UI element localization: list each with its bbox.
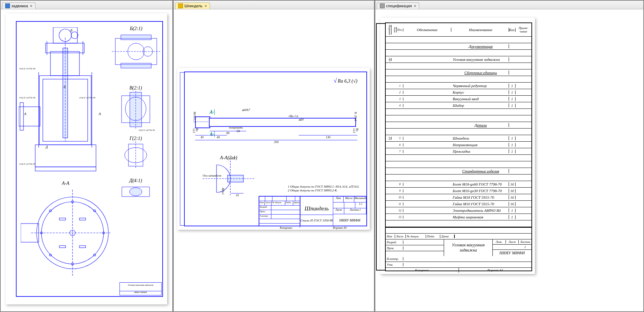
close-icon[interactable]: × — [414, 4, 416, 8]
table-row — [386, 50, 531, 56]
table-row: А3 5 Шпиндель 1 — [386, 135, 531, 142]
table-row — [386, 37, 531, 43]
panel-specification: спецификация × Формат Зона Поз. Обозначе… — [375, 0, 644, 312]
table-row: 11 Гайка М10 ГОСТ 5915-70 16 — [386, 201, 531, 207]
table-row: 8 Болт М18-gx60 ГОСТ 7798-70 16 — [386, 181, 531, 188]
title-block: ИзмЛист№ докум.Подп.Дата Разраб. Пров. Т… — [259, 196, 366, 226]
table-row: 6 Направляющая 1 — [386, 142, 531, 148]
spec-title-block: Изм Лист № докум. Подп. Дата Разраб. Про… — [386, 227, 531, 273]
tab-label: спецификация — [386, 4, 412, 8]
table-row: 3 Вакуумный ввод 1 — [386, 96, 531, 102]
binding-margin — [180, 72, 184, 226]
svg-text:Б: Б — [70, 28, 73, 32]
table-row: Стандартные изделия — [386, 168, 531, 174]
drawing-viewport-right[interactable]: Формат Зона Поз. Обозначение Наименовани… — [375, 9, 643, 311]
table-row: 12 Электродвигатель АИР63 В4 1 — [386, 207, 531, 214]
table-row: 7 Прокладка 1 — [386, 148, 531, 155]
table-row — [386, 155, 531, 161]
tab-bar-left: задвижка × — [1, 1, 172, 9]
drawing-sheet: Ra 6,3 (√) А┤ А┤ М18х1,5 ⌀20h7 √Ra 1,6 ⌀ — [177, 68, 370, 230]
table-row: 10 Гайка М18 ГОСТ 5915-70 16 — [386, 194, 531, 201]
spindle-main-view: А┤ А┤ М18х1,5 ⌀20h7 √Ra 1,6 ⌀20 Tr 20x2 … — [195, 114, 356, 130]
svg-text:А: А — [98, 112, 101, 116]
table-row — [386, 115, 531, 122]
part-icon — [178, 3, 183, 8]
table-row: Документация — [386, 43, 531, 50]
drawing-viewport-mid[interactable]: Ra 6,3 (√) А┤ А┤ М18х1,5 ⌀20h7 √Ra 1,6 ⌀ — [174, 9, 374, 311]
svg-point-29 — [128, 43, 144, 60]
detail-g-view: Г(2:1) — [120, 136, 151, 169]
document-icon — [5, 3, 10, 8]
drawing-viewport-left[interactable]: Б В АА Д ГОСТ 15776-78 ГОСТ 14779-78 ГОС… — [1, 9, 172, 311]
close-icon[interactable]: × — [205, 4, 207, 8]
svg-rect-11 — [19, 107, 40, 126]
detail-d-view: Д(4:1) — [120, 178, 151, 201]
panel-assembly-drawing: задвижка × — [0, 0, 173, 312]
table-row: 1 Червячный редуктор 1 — [386, 83, 531, 89]
svg-rect-13 — [35, 145, 96, 167]
table-row: 9 Болт М10-gx30 ГОСТ 7798-70 16 — [386, 188, 531, 194]
table-row — [386, 174, 531, 181]
detail-v-view: В(2:1) ГОСТ 14779-78 — [117, 85, 155, 132]
tab-specification[interactable]: спецификация × — [377, 2, 419, 9]
svg-text:В: В — [64, 85, 66, 89]
table-row — [386, 63, 531, 69]
detail-b-view: Б(2:1) — [112, 26, 160, 73]
table-row: 4 Шибер 1 — [386, 102, 531, 109]
table-row — [386, 76, 531, 83]
svg-text:ГОСТ 14779-78: ГОСТ 14779-78 — [79, 96, 96, 99]
specification-sheet: Формат Зона Поз. Обозначение Наименовани… — [380, 18, 535, 274]
assembly-main-view: Б В АА Д ГОСТ 15776-78 ГОСТ 14779-78 ГОС… — [19, 27, 108, 176]
svg-text:ГОСТ 15776-78: ГОСТ 15776-78 — [19, 67, 36, 70]
table-row: 13 Муфта шариковая 1 — [386, 214, 531, 220]
tab-bar-mid: Шпиндель × — [174, 1, 374, 9]
dim-30: 30 — [195, 135, 209, 139]
binding-margin — [376, 23, 386, 271]
svg-point-10 — [71, 32, 78, 39]
spec-header: Формат Зона Поз. Обозначение Наименовани… — [386, 23, 531, 37]
svg-rect-54 — [59, 218, 66, 220]
dim-80: 80 — [210, 131, 246, 135]
svg-rect-3 — [63, 48, 68, 138]
table-row: А0 Угловая вакуумная задвижка — [386, 56, 531, 63]
svg-rect-55 — [79, 218, 86, 220]
svg-text:А: А — [24, 112, 27, 116]
table-row — [386, 161, 531, 168]
drawing-sheet: Б В АА Д ГОСТ 15776-78 ГОСТ 14779-78 ГОС… — [6, 13, 167, 304]
table-row — [386, 129, 531, 135]
svg-rect-14 — [35, 167, 96, 171]
section-aa-view: А-А — [21, 181, 110, 280]
tab-label: задвижка — [11, 4, 28, 8]
svg-text:ГОСТ 15776-78: ГОСТ 15776-78 — [19, 163, 36, 166]
svg-rect-28 — [121, 63, 151, 68]
section-aa-detail: А-А(2:1) 1х45° Ось шпинделя — [203, 155, 254, 196]
svg-rect-57 — [79, 246, 86, 248]
title-block-small: Угловая вакуумная задвижка НИЯУ МИФИ — [119, 282, 162, 295]
tab-spindel[interactable]: Шпиндель × — [175, 2, 210, 9]
spreadsheet-icon — [380, 3, 385, 8]
spec-body: Документация А0 Угловая вакуумная задвиж… — [386, 37, 531, 227]
tab-label: Шпиндель — [184, 4, 203, 8]
svg-rect-59 — [228, 175, 243, 182]
svg-rect-27 — [121, 35, 151, 40]
technical-notes: 1 Общие допуски по ГОСТ 30893.1: Н14, h1… — [288, 185, 359, 192]
table-row — [386, 220, 531, 227]
svg-point-39 — [129, 188, 142, 196]
close-icon[interactable]: × — [30, 4, 32, 8]
dim-130: 130 — [299, 135, 357, 139]
table-row: Детали — [386, 122, 531, 129]
tab-zadvizhka[interactable]: задвижка × — [2, 2, 36, 9]
table-row — [386, 109, 531, 115]
dim-40: 40 — [210, 135, 227, 139]
dim-total: 350 — [195, 140, 357, 144]
table-row: Сборочные единицы — [386, 69, 531, 76]
tab-bar-right: спецификация × — [375, 1, 643, 9]
panel-part-drawing: Шпиндель × Ra 6,3 (√) А┤ А┤ — [173, 0, 374, 312]
svg-text:Д: Д — [45, 145, 48, 149]
svg-text:ГОСТ 14779-78: ГОСТ 14779-78 — [19, 96, 36, 99]
surface-roughness-general: Ra 6,3 (√) — [334, 77, 357, 84]
svg-rect-56 — [59, 246, 66, 248]
table-row: 2 Корпус 1 — [386, 89, 531, 96]
